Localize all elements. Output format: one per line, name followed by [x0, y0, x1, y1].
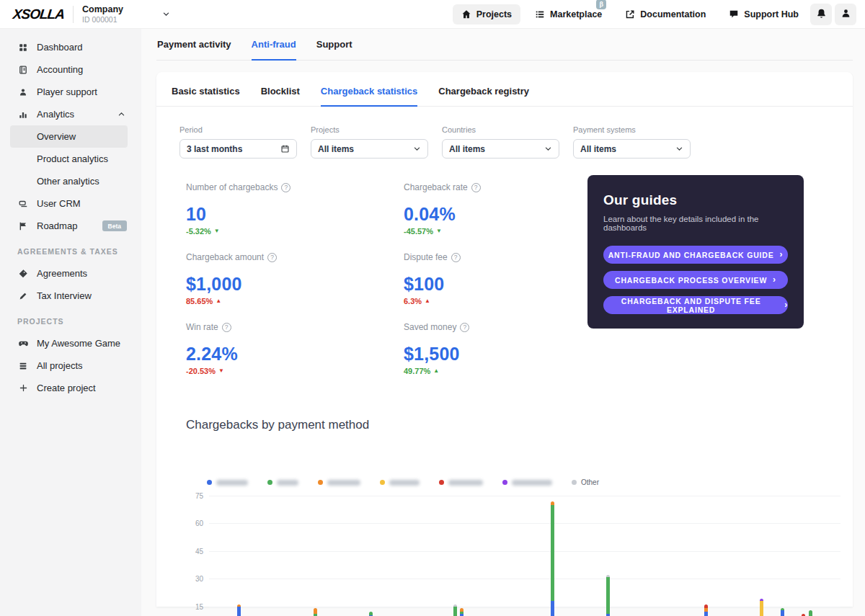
sidebar-item-dashboard[interactable]: Dashboard: [0, 36, 141, 58]
stacked-bar[interactable]: [237, 604, 241, 616]
bar-slot: [432, 496, 436, 616]
legend-item-other[interactable]: Other: [572, 478, 599, 486]
help-icon[interactable]: ?: [222, 323, 231, 332]
tab-payment-activity[interactable]: Payment activity: [157, 39, 231, 61]
nav-support-hub[interactable]: Support Hub: [720, 4, 807, 24]
stat-delta: -5.32%▼: [186, 227, 404, 236]
chart-title: Chargebacks by payment method: [186, 418, 853, 432]
bar-slot: [488, 496, 492, 616]
bar-slot: [753, 496, 756, 616]
bar-slot: [593, 496, 596, 616]
sidebar-item-agreements[interactable]: Agreements: [0, 262, 141, 285]
stacked-bar[interactable]: [606, 575, 610, 616]
filter-select[interactable]: 3 last months: [179, 139, 297, 159]
bar-slot: [446, 496, 450, 616]
guides-subtitle: Learn about the key details included in …: [603, 215, 788, 232]
stacked-bar[interactable]: [760, 599, 763, 616]
bar-slot: [767, 496, 771, 616]
stacked-bar[interactable]: [809, 610, 812, 616]
bar-slot: [725, 496, 729, 616]
tab-basic-statistics[interactable]: Basic statistics: [172, 86, 240, 107]
bar-slot: [376, 496, 380, 616]
legend-item-payment-method-5[interactable]: [439, 480, 483, 486]
filter-label: Projects: [311, 125, 428, 134]
tab-chargeback-registry[interactable]: Chargeback registry: [438, 86, 529, 107]
sidebar-item-all-projects[interactable]: All projects: [0, 354, 141, 377]
nav-projects[interactable]: Projects: [453, 4, 520, 24]
sidebar-item-product-analytics[interactable]: Product analytics: [0, 148, 141, 170]
stacked-bar[interactable]: [369, 612, 373, 616]
tab-support[interactable]: Support: [316, 39, 352, 61]
xsolla-logo[interactable]: XSOLLA: [12, 6, 65, 22]
sidebar-item-tax-interview[interactable]: Tax Interview: [0, 285, 141, 307]
calendar-icon: [280, 144, 290, 153]
legend-item-payment-method-4[interactable]: [380, 480, 420, 486]
guide-button-anti-fraud-and-chargeback-guide[interactable]: ANTI-FRAUD AND CHARGEBACK GUIDE›: [603, 246, 788, 264]
sidebar-item-create-project[interactable]: Create project: [0, 377, 141, 399]
bar-slot: [369, 496, 373, 616]
sidebar-item-player-support[interactable]: Player support: [0, 81, 141, 103]
sidebar-item-accounting[interactable]: Accounting: [0, 58, 141, 81]
tab-blocklist[interactable]: Blocklist: [261, 86, 300, 107]
bar-slot: [265, 496, 268, 616]
stacked-bar[interactable]: [551, 501, 554, 616]
account-button[interactable]: [835, 4, 856, 25]
bar-slot: [579, 496, 582, 616]
plot-area: [209, 496, 840, 616]
bar-slot: [781, 496, 784, 616]
nav-documentation[interactable]: Documentation: [616, 4, 714, 24]
stacked-bar[interactable]: [781, 608, 784, 616]
tab-chargeback-statistics[interactable]: Chargeback statistics: [321, 86, 417, 107]
legend-dot: [380, 480, 385, 485]
sidebar-item-overview[interactable]: Overview: [10, 125, 128, 148]
bar-slot: [230, 496, 234, 616]
stacked-bar[interactable]: [314, 608, 317, 616]
filter-select[interactable]: All items: [573, 139, 691, 159]
bar-slot: [258, 496, 262, 616]
legend-label: Other: [581, 478, 599, 486]
sidebar-item-other-analytics[interactable]: Other analytics: [0, 170, 141, 192]
help-icon[interactable]: ?: [460, 323, 469, 332]
legend-item-payment-method-2[interactable]: [267, 480, 298, 486]
notifications-button[interactable]: [810, 4, 832, 25]
sidebar-item-analytics[interactable]: Analytics: [0, 103, 141, 125]
filter-select[interactable]: All items: [442, 139, 559, 159]
filter-select[interactable]: All items: [311, 139, 428, 159]
chevron-down-icon: [413, 145, 421, 153]
arrow-down-icon: ▼: [218, 368, 224, 374]
stacked-bar[interactable]: [704, 604, 708, 616]
nav-marketplace[interactable]: Marketplaceβ: [526, 4, 611, 24]
bar-slot: [669, 496, 673, 616]
beta-badge: Beta: [102, 220, 127, 231]
sidebar-item-my-awesome-game[interactable]: My Awesome Game: [0, 332, 141, 354]
bar-slot: [383, 496, 387, 616]
help-icon[interactable]: ?: [471, 183, 481, 192]
company-selector[interactable]: Company ID 000001: [82, 4, 170, 24]
dashboard-icon: [17, 43, 29, 53]
stat-win-rate: Win rate?2.24%-20.53%▼: [186, 322, 404, 392]
bar-slot: [662, 496, 666, 616]
bar-slot: [523, 496, 526, 616]
tab-anti-fraud[interactable]: Anti-fraud: [252, 39, 296, 61]
bar-slot: [251, 496, 254, 616]
bar-segment: [551, 505, 554, 601]
bar-slot: [739, 496, 742, 616]
bar-segment: [606, 577, 610, 614]
legend-item-payment-method-6[interactable]: [502, 480, 552, 486]
legend-item-payment-method-1[interactable]: [207, 480, 248, 486]
bar-slot: [272, 496, 275, 616]
agreements-icon: [17, 269, 29, 279]
help-icon[interactable]: ?: [281, 183, 290, 192]
help-icon[interactable]: ?: [451, 253, 461, 262]
bar-slot: [648, 496, 652, 616]
guide-button-chargeback-and-dispute-fee-explained[interactable]: CHARGEBACK AND DISPUTE FEE EXPLAINED›: [603, 296, 788, 314]
stacked-bar[interactable]: [460, 608, 463, 616]
sidebar-item-roadmap[interactable]: RoadmapBeta: [0, 215, 141, 237]
guide-button-chargeback-process-overview[interactable]: CHARGEBACK PROCESS OVERVIEW›: [603, 271, 788, 289]
stat-label: Dispute fee: [404, 252, 448, 262]
sidebar-item-user-crm[interactable]: User CRM: [0, 192, 141, 215]
legend-item-payment-method-3[interactable]: [318, 480, 360, 486]
stacked-bar[interactable]: [453, 604, 457, 616]
help-icon[interactable]: ?: [267, 253, 277, 262]
bar-slot: [342, 496, 345, 616]
